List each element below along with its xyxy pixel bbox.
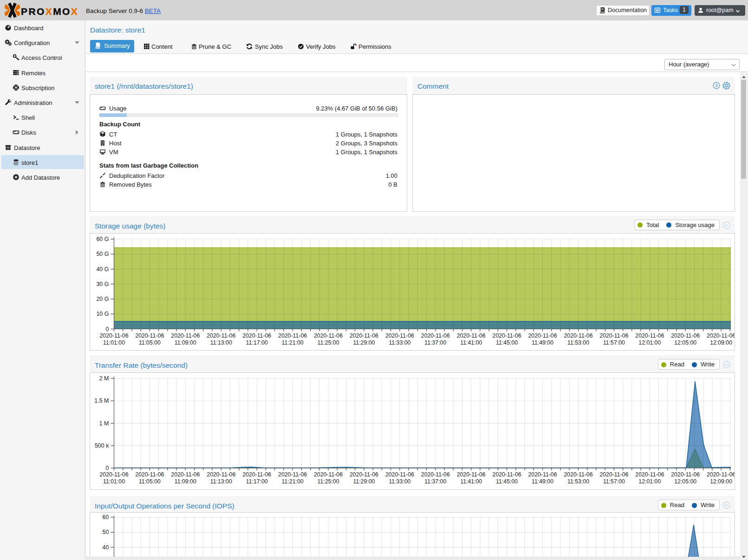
svg-text:0: 0	[106, 326, 109, 332]
svg-text:2020-11-06: 2020-11-06	[599, 471, 628, 478]
svg-text:2020-11-06: 2020-11-06	[278, 471, 307, 478]
svg-text:0: 0	[106, 465, 109, 471]
svg-text:11:29:00: 11:29:00	[353, 478, 375, 485]
svg-text:11:49:00: 11:49:00	[532, 339, 553, 345]
svg-text:12:09:00: 12:09:00	[710, 478, 732, 485]
svg-text:60 G: 60 G	[96, 236, 109, 242]
svg-text:12:01:00: 12:01:00	[638, 478, 661, 485]
svg-text:2020-11-06: 2020-11-06	[707, 332, 735, 339]
svg-text:11:29:00: 11:29:00	[353, 339, 375, 345]
svg-text:11:25:00: 11:25:00	[318, 478, 339, 485]
svg-text:2020-11-06: 2020-11-06	[493, 471, 521, 478]
svg-text:2020-11-06: 2020-11-06	[278, 332, 307, 339]
svg-text:2020-11-06: 2020-11-06	[528, 471, 557, 478]
svg-text:11:01:00: 11:01:00	[103, 339, 125, 345]
svg-text:11:53:00: 11:53:00	[567, 339, 589, 345]
svg-text:2 M: 2 M	[99, 375, 109, 382]
svg-text:2020-11-06: 2020-11-06	[350, 332, 378, 339]
svg-text:2020-11-06: 2020-11-06	[671, 332, 700, 339]
svg-text:2020-11-06: 2020-11-06	[671, 471, 700, 478]
svg-text:11:05:00: 11:05:00	[139, 339, 161, 345]
svg-text:2020-11-06: 2020-11-06	[242, 471, 271, 478]
svg-text:2020-11-06: 2020-11-06	[493, 332, 521, 339]
svg-text:11:37:00: 11:37:00	[424, 339, 446, 345]
svg-text:11:21:00: 11:21:00	[282, 478, 304, 485]
svg-text:11:17:00: 11:17:00	[246, 339, 268, 345]
svg-text:2020-11-06: 2020-11-06	[100, 471, 129, 478]
svg-text:2020-11-06: 2020-11-06	[350, 471, 378, 478]
svg-text:11:45:00: 11:45:00	[496, 339, 518, 345]
svg-text:11:13:00: 11:13:00	[210, 339, 232, 345]
svg-text:12:05:00: 12:05:00	[674, 339, 696, 345]
svg-text:11:01:00: 11:01:00	[103, 478, 125, 485]
svg-text:40 G: 40 G	[96, 266, 109, 272]
svg-text:11:45:00: 11:45:00	[496, 478, 518, 485]
svg-text:2020-11-06: 2020-11-06	[564, 471, 593, 478]
svg-text:2020-11-06: 2020-11-06	[707, 471, 735, 478]
svg-text:2020-11-06: 2020-11-06	[599, 332, 628, 339]
svg-text:11:37:00: 11:37:00	[424, 478, 446, 485]
svg-text:2020-11-06: 2020-11-06	[100, 332, 129, 339]
svg-text:20 G: 20 G	[96, 296, 109, 302]
svg-text:2020-11-06: 2020-11-06	[314, 471, 343, 478]
svg-text:11:09:00: 11:09:00	[175, 478, 196, 485]
svg-text:2020-11-06: 2020-11-06	[564, 332, 593, 339]
svg-text:11:57:00: 11:57:00	[603, 478, 625, 485]
svg-text:2020-11-06: 2020-11-06	[171, 332, 200, 339]
svg-text:11:25:00: 11:25:00	[318, 339, 339, 345]
svg-text:40: 40	[103, 544, 109, 551]
svg-text:11:05:00: 11:05:00	[139, 478, 161, 485]
svg-text:11:49:00: 11:49:00	[532, 478, 553, 485]
svg-text:60: 60	[103, 514, 109, 521]
svg-text:2020-11-06: 2020-11-06	[457, 471, 486, 478]
svg-text:2020-11-06: 2020-11-06	[385, 332, 414, 339]
svg-text:2020-11-06: 2020-11-06	[171, 471, 200, 478]
svg-text:2020-11-06: 2020-11-06	[135, 471, 164, 478]
svg-text:1.5 M: 1.5 M	[94, 397, 109, 404]
svg-text:11:09:00: 11:09:00	[175, 339, 196, 345]
svg-text:11:57:00: 11:57:00	[603, 339, 625, 345]
svg-text:2020-11-06: 2020-11-06	[635, 332, 664, 339]
svg-text:11:53:00: 11:53:00	[567, 478, 589, 485]
svg-text:50: 50	[103, 529, 109, 535]
svg-text:12:09:00: 12:09:00	[710, 339, 732, 345]
svg-text:11:41:00: 11:41:00	[460, 478, 482, 485]
svg-text:500 k: 500 k	[95, 442, 109, 449]
svg-text:12:01:00: 12:01:00	[638, 339, 661, 345]
svg-text:50 G: 50 G	[96, 251, 109, 257]
svg-text:10 G: 10 G	[96, 311, 109, 317]
svg-text:2020-11-06: 2020-11-06	[385, 471, 414, 478]
svg-text:11:33:00: 11:33:00	[389, 478, 410, 485]
svg-text:2020-11-06: 2020-11-06	[207, 471, 235, 478]
svg-text:2020-11-06: 2020-11-06	[242, 332, 271, 339]
svg-text:2020-11-06: 2020-11-06	[457, 332, 486, 339]
svg-text:12:05:00: 12:05:00	[674, 478, 696, 485]
svg-text:11:21:00: 11:21:00	[282, 339, 304, 345]
svg-text:2020-11-06: 2020-11-06	[314, 332, 343, 339]
svg-text:1 M: 1 M	[99, 420, 109, 426]
svg-text:11:13:00: 11:13:00	[210, 478, 232, 485]
svg-text:2020-11-06: 2020-11-06	[421, 332, 450, 339]
svg-text:11:41:00: 11:41:00	[460, 339, 482, 345]
svg-text:2020-11-06: 2020-11-06	[528, 332, 557, 339]
svg-text:30 G: 30 G	[96, 280, 109, 287]
svg-text:2020-11-06: 2020-11-06	[207, 332, 235, 339]
svg-text:11:17:00: 11:17:00	[246, 478, 268, 485]
svg-text:2020-11-06: 2020-11-06	[135, 332, 164, 339]
svg-text:2020-11-06: 2020-11-06	[421, 471, 450, 478]
svg-text:11:33:00: 11:33:00	[389, 339, 410, 345]
svg-text:2020-11-06: 2020-11-06	[635, 471, 664, 478]
